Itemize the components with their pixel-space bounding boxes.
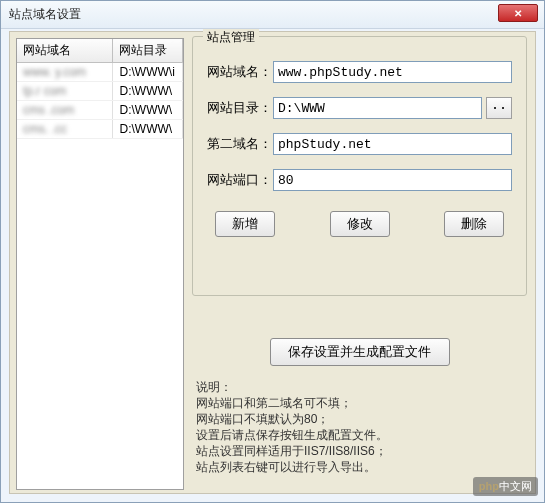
cell-dir: D:\WWW\: [113, 101, 183, 120]
label-dir: 网站目录：: [207, 99, 273, 117]
desc-line: 设置后请点保存按钮生成配置文件。: [196, 427, 388, 443]
browse-button[interactable]: ··: [486, 97, 512, 119]
label-second-domain: 第二域名：: [207, 135, 273, 153]
cell-domain: cms. .cc: [17, 120, 113, 139]
table-row[interactable]: cms .com D:\WWW\: [17, 101, 183, 120]
close-button[interactable]: [498, 4, 538, 22]
add-button[interactable]: 新增: [215, 211, 275, 237]
col-header-domain[interactable]: 网站域名: [17, 39, 113, 63]
watermark: php中文网: [473, 477, 538, 496]
desc-line: 站点设置同样适用于IIS7/IIS8/IIS6；: [196, 443, 388, 459]
save-config-button[interactable]: 保存设置并生成配置文件: [270, 338, 450, 366]
site-manage-fieldset: 站点管理 网站域名： 网站目录： ·· 第二域名： 网站端口： 新增 修改: [192, 36, 527, 296]
save-row: 保存设置并生成配置文件: [192, 338, 527, 366]
cell-domain: tp.r com: [17, 82, 113, 101]
row-port: 网站端口：: [207, 169, 512, 191]
fieldset-legend: 站点管理: [203, 29, 259, 46]
window-title: 站点域名设置: [9, 6, 81, 23]
input-domain[interactable]: [273, 61, 512, 83]
input-dir[interactable]: [273, 97, 482, 119]
delete-button[interactable]: 删除: [444, 211, 504, 237]
edit-button[interactable]: 修改: [330, 211, 390, 237]
row-second-domain: 第二域名：: [207, 133, 512, 155]
cell-domain: cms .com: [17, 101, 113, 120]
titlebar[interactable]: 站点域名设置: [1, 1, 544, 29]
table-row[interactable]: cms. .cc D:\WWW\: [17, 120, 183, 139]
table-row[interactable]: www. y.com D:\WWW\i: [17, 63, 183, 82]
row-domain: 网站域名：: [207, 61, 512, 83]
table-row[interactable]: tp.r com D:\WWW\: [17, 82, 183, 101]
label-domain: 网站域名：: [207, 63, 273, 81]
site-list-table[interactable]: 网站域名 网站目录 www. y.com D:\WWW\i tp.r com D…: [16, 38, 184, 490]
row-dir: 网站目录： ··: [207, 97, 512, 119]
label-port: 网站端口：: [207, 171, 273, 189]
content-pane: 网站域名 网站目录 www. y.com D:\WWW\i tp.r com D…: [9, 31, 536, 494]
action-button-row: 新增 修改 删除: [215, 211, 504, 237]
input-port[interactable]: [273, 169, 512, 191]
table-header-row: 网站域名 网站目录: [17, 39, 183, 63]
watermark-cn: 中文网: [499, 480, 532, 492]
desc-line: 网站端口不填默认为80；: [196, 411, 388, 427]
cell-dir: D:\WWW\i: [113, 63, 183, 82]
dialog-window: 站点域名设置 网站域名 网站目录 www. y.com D:\WWW\i: [0, 0, 545, 503]
cell-domain: www. y.com: [17, 63, 113, 82]
watermark-php: php: [479, 480, 499, 492]
desc-line: 网站端口和第二域名可不填；: [196, 395, 388, 411]
col-header-dir[interactable]: 网站目录: [113, 39, 183, 63]
input-second-domain[interactable]: [273, 133, 512, 155]
description-text: 说明： 网站端口和第二域名可不填； 网站端口不填默认为80； 设置后请点保存按钮…: [196, 379, 388, 475]
cell-dir: D:\WWW\: [113, 82, 183, 101]
desc-line: 站点列表右键可以进行导入导出。: [196, 459, 388, 475]
desc-line: 说明：: [196, 379, 388, 395]
cell-dir: D:\WWW\: [113, 120, 183, 139]
